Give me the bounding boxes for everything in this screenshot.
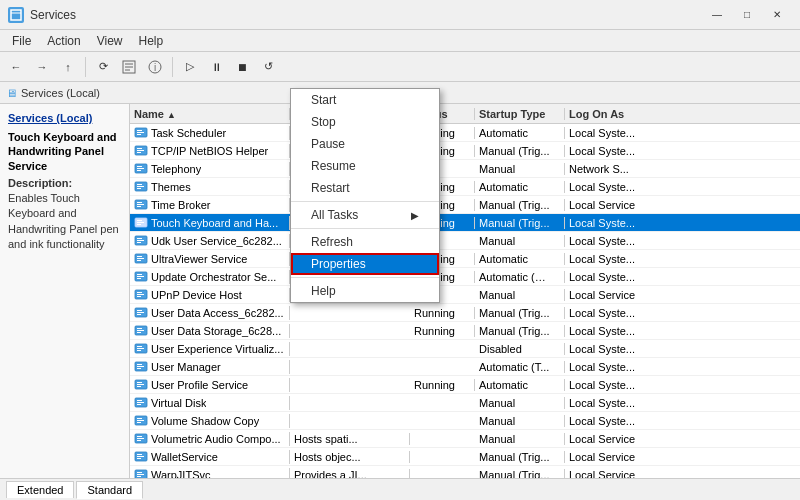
toolbar-sep1	[85, 57, 86, 77]
table-row[interactable]: Update Orchestrator Se... Running Automa…	[130, 268, 800, 286]
toolbar-pause[interactable]: ⏸	[204, 55, 228, 79]
svg-rect-25	[137, 202, 142, 203]
minimize-button[interactable]: —	[702, 4, 732, 26]
cell-logon: Network S...	[565, 163, 655, 175]
svg-rect-18	[137, 168, 144, 169]
toolbar-properties[interactable]: i	[143, 55, 167, 79]
service-icon	[134, 180, 148, 194]
service-icon	[134, 144, 148, 158]
menu-action[interactable]: Action	[39, 32, 88, 50]
ctx-item-pause[interactable]: Pause	[291, 133, 439, 155]
svg-rect-13	[137, 148, 142, 149]
table-row[interactable]: User Manager Automatic (T... Local Syste…	[130, 358, 800, 376]
toolbar-export[interactable]	[117, 55, 141, 79]
service-icon	[134, 396, 148, 410]
svg-rect-82	[137, 456, 144, 457]
cell-startup: Automatic (T...	[475, 361, 565, 373]
cell-logon: Local Service	[565, 199, 655, 211]
svg-rect-0	[11, 10, 21, 20]
col-header-startup[interactable]: Startup Type	[475, 108, 565, 120]
cell-name: User Profile Service	[130, 378, 290, 392]
close-button[interactable]: ✕	[762, 4, 792, 26]
svg-rect-45	[137, 292, 142, 293]
ctx-item-refresh[interactable]: Refresh	[291, 231, 439, 253]
toolbar-refresh[interactable]: ⟳	[91, 55, 115, 79]
ctx-item-start[interactable]: Start	[291, 89, 439, 111]
toolbar: ← → ↑ ⟳ i ▷ ⏸ ⏹ ↺	[0, 52, 800, 82]
toolbar-stop[interactable]: ⏹	[230, 55, 254, 79]
cell-logon: Local Syste...	[565, 325, 655, 337]
table-row[interactable]: WarpJITSvc Provides a JI... Manual (Trig…	[130, 466, 800, 478]
svg-rect-14	[137, 150, 144, 151]
toolbar-up[interactable]: ↑	[56, 55, 80, 79]
scope-label: Services (Local)	[21, 87, 100, 99]
menu-view[interactable]: View	[89, 32, 131, 50]
table-row[interactable]: Telephony Provides Tel... Manual Network…	[130, 160, 800, 178]
cell-logon: Local Syste...	[565, 343, 655, 355]
svg-rect-47	[137, 296, 141, 297]
toolbar-back[interactable]: ←	[4, 55, 28, 79]
table-row[interactable]: User Data Access_6c282... Running Manual…	[130, 304, 800, 322]
maximize-button[interactable]: □	[732, 4, 762, 26]
ctx-item-help[interactable]: Help	[291, 280, 439, 302]
svg-rect-63	[137, 368, 141, 369]
title-bar: Services — □ ✕	[0, 0, 800, 30]
sort-arrow: ▲	[167, 110, 176, 120]
svg-rect-49	[137, 310, 142, 311]
table-row[interactable]: WalletService Hosts objec... Manual (Tri…	[130, 448, 800, 466]
left-panel-nav-link[interactable]: Services (Local)	[8, 112, 121, 124]
table-row[interactable]: Task Scheduler Enables a us... Running A…	[130, 124, 800, 142]
svg-rect-38	[137, 258, 144, 259]
cell-startup: Manual	[475, 163, 565, 175]
toolbar-play[interactable]: ▷	[178, 55, 202, 79]
svg-rect-59	[137, 350, 141, 351]
table-row[interactable]: Touch Keyboard and Ha... Running Manual …	[130, 214, 800, 232]
menu-help[interactable]: Help	[131, 32, 172, 50]
svg-rect-34	[137, 240, 144, 241]
svg-rect-73	[137, 418, 142, 419]
cell-startup: Manual (Trig...	[475, 217, 565, 229]
service-icon	[134, 288, 148, 302]
svg-rect-21	[137, 184, 142, 185]
table-row[interactable]: Udk User Service_6c282... Manual Local S…	[130, 232, 800, 250]
tab-standard[interactable]: Standard	[76, 481, 143, 499]
cell-startup: Manual	[475, 397, 565, 409]
table-row[interactable]: User Experience Virtualiz... Disabled Lo…	[130, 340, 800, 358]
col-header-name[interactable]: Name ▲	[130, 108, 290, 120]
ctx-item-properties[interactable]: Properties	[291, 253, 439, 275]
cell-logon: Local Syste...	[565, 379, 655, 391]
table-row[interactable]: Time Broker Coordinates... Running Manua…	[130, 196, 800, 214]
table-row[interactable]: TCP/IP NetBIOS Helper Provides su... Run…	[130, 142, 800, 160]
menu-file[interactable]: File	[4, 32, 39, 50]
cell-startup: Manual	[475, 415, 565, 427]
table-row[interactable]: Volume Shadow Copy Manual Local Syste...	[130, 412, 800, 430]
tab-extended[interactable]: Extended	[6, 481, 74, 498]
table-row[interactable]: Virtual Disk Manual Local Syste...	[130, 394, 800, 412]
service-icon	[134, 342, 148, 356]
col-header-logon[interactable]: Log On As	[565, 108, 655, 120]
cell-startup: Manual (Trig...	[475, 325, 565, 337]
table-row[interactable]: UPnP Device Host Manual Local Service	[130, 286, 800, 304]
svg-rect-77	[137, 436, 142, 437]
table-row[interactable]: User Profile Service Running Automatic L…	[130, 376, 800, 394]
ctx-item-restart[interactable]: Restart	[291, 177, 439, 199]
left-panel-service-name: Touch Keyboard and Handwriting Panel Ser…	[8, 130, 121, 173]
svg-rect-22	[137, 186, 144, 187]
cell-name: Telephony	[130, 162, 290, 176]
cell-logon: Local Syste...	[565, 145, 655, 157]
service-icon	[134, 216, 148, 230]
ctx-item-resume[interactable]: Resume	[291, 155, 439, 177]
window-controls: — □ ✕	[702, 4, 792, 26]
table-row[interactable]: Themes Provides us... Running Automatic …	[130, 178, 800, 196]
table-row[interactable]: Volumetric Audio Compo... Hosts spati...…	[130, 430, 800, 448]
table-row[interactable]: UltraViewer Service Running Automatic Lo…	[130, 250, 800, 268]
cell-logon: Local Syste...	[565, 307, 655, 319]
context-menu: StartStopPauseResumeRestartAll Tasks▶Ref…	[290, 88, 440, 303]
table-row[interactable]: User Data Storage_6c28... Running Manual…	[130, 322, 800, 340]
cell-status: Running	[410, 307, 475, 319]
svg-rect-10	[137, 132, 144, 133]
toolbar-restart[interactable]: ↺	[256, 55, 280, 79]
ctx-item-all-tasks[interactable]: All Tasks▶	[291, 204, 439, 226]
ctx-item-stop[interactable]: Stop	[291, 111, 439, 133]
toolbar-forward[interactable]: →	[30, 55, 54, 79]
